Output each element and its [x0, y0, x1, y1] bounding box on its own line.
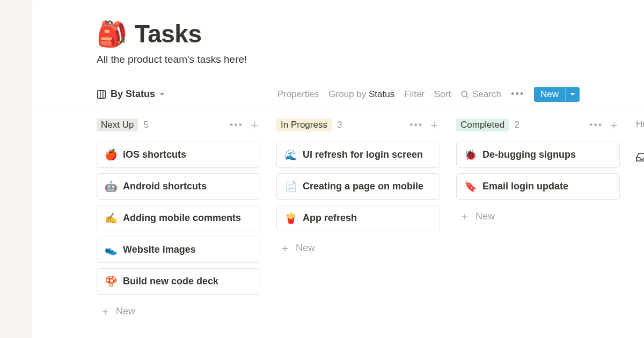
card[interactable]: 🌊 UI refresh for login screen [276, 142, 440, 168]
card-title: De-bugging signups [482, 149, 576, 160]
view-label: By Status [111, 89, 155, 100]
new-button[interactable]: New [534, 87, 565, 102]
chevron-down-icon [570, 93, 575, 96]
page-header: 🎒 Tasks All the product team's tasks her… [32, 0, 644, 65]
filter-button[interactable]: Filter [404, 89, 425, 100]
board-icon [97, 90, 106, 99]
new-card-label: New [296, 243, 315, 254]
card[interactable]: 🐞 De-bugging signups [456, 142, 620, 168]
page-icon[interactable]: 🎒 [97, 21, 127, 46]
card-title: Adding mobile comments [123, 212, 241, 224]
toolbar: By Status Properties Group by Status Fil… [32, 83, 644, 106]
main-panel: 🎒 Tasks All the product team's tasks her… [32, 0, 644, 338]
card[interactable]: 🍎 iOS shortcuts [97, 142, 260, 168]
card-icon: ✍️ [105, 212, 118, 224]
column-completed: Completed 2 ••• ＋ 🐞 De-bugging signups 🔖… [456, 118, 620, 323]
hidden-columns[interactable]: Hidde [636, 118, 644, 323]
group-by-label: Group by [328, 89, 366, 99]
column-actions: ••• ＋ [409, 117, 440, 133]
column-title[interactable]: Next Up [97, 119, 138, 131]
plus-icon: ＋ [100, 304, 111, 319]
svg-point-3 [462, 91, 467, 97]
column-more-menu[interactable]: ••• [409, 120, 423, 131]
card-icon: 🐞 [464, 149, 477, 161]
column-actions: ••• ＋ [589, 117, 620, 133]
card-title: App refresh [303, 212, 357, 224]
search-button[interactable]: Search [460, 89, 501, 100]
card-title: Build new code deck [123, 276, 218, 287]
card[interactable]: 🤖 Android shortcuts [97, 173, 260, 200]
column-add-button[interactable]: ＋ [248, 117, 260, 133]
card[interactable]: 🍟 App refresh [276, 205, 440, 231]
new-card-button[interactable]: ＋ New [456, 205, 620, 228]
column-in-progress: In Progress 3 ••• ＋ 🌊 UI refresh for log… [276, 118, 440, 323]
card[interactable]: 👟 Website images [97, 237, 260, 263]
column-count: 3 [337, 120, 342, 130]
card-title: iOS shortcuts [123, 149, 186, 160]
toolbar-right: Properties Group by Status Filter Sort S… [277, 87, 580, 102]
page-title[interactable]: Tasks [135, 19, 202, 48]
card-icon: 👟 [105, 244, 118, 256]
new-button-wrap: New [534, 87, 580, 102]
card-title: UI refresh for login screen [303, 149, 423, 160]
column-actions: ••• ＋ [230, 117, 260, 133]
search-label: Search [472, 89, 501, 100]
chevron-down-icon [159, 93, 165, 96]
card-icon: 📄 [284, 180, 297, 193]
title-row: 🎒 Tasks [97, 19, 580, 48]
card-icon: 🍄 [105, 275, 118, 288]
svg-line-4 [466, 96, 469, 98]
column-count: 2 [514, 120, 519, 130]
column-header: In Progress 3 ••• ＋ [276, 118, 440, 132]
card[interactable]: ✍️ Adding mobile comments [97, 205, 260, 231]
card-title: Email login update [482, 181, 568, 192]
column-title[interactable]: Completed [456, 119, 509, 131]
card-icon: 🌊 [284, 149, 297, 161]
plus-icon: ＋ [280, 241, 290, 255]
new-button-dropdown[interactable] [565, 87, 580, 102]
toolbar-left: By Status [97, 89, 165, 100]
plus-icon: ＋ [459, 209, 470, 224]
card-title: Website images [123, 244, 196, 255]
group-by-value: Status [369, 89, 394, 99]
more-menu[interactable]: ••• [511, 89, 524, 100]
board: Next Up 5 ••• ＋ 🍎 iOS shortcuts 🤖 Androi… [32, 106, 644, 323]
inbox-icon[interactable] [636, 152, 644, 164]
search-icon [460, 90, 469, 99]
sort-button[interactable]: Sort [434, 89, 451, 100]
column-header: Completed 2 ••• ＋ [456, 118, 620, 132]
card[interactable]: 📄 Creating a page on mobile [276, 173, 440, 200]
card-title: Android shortcuts [123, 181, 207, 192]
column-more-menu[interactable]: ••• [589, 120, 603, 131]
card-icon: 🍎 [105, 149, 118, 161]
view-switcher[interactable]: By Status [97, 89, 165, 100]
new-card-label: New [475, 211, 495, 222]
card-icon: 🔖 [464, 180, 477, 193]
card-icon: 🍟 [284, 212, 297, 224]
column-add-button[interactable]: ＋ [428, 117, 440, 133]
column-title[interactable]: In Progress [276, 119, 332, 131]
card-icon: 🤖 [105, 180, 118, 193]
new-card-label: New [116, 306, 135, 317]
card[interactable]: 🔖 Email login update [456, 173, 620, 200]
column-add-button[interactable]: ＋ [608, 117, 620, 133]
svg-rect-0 [98, 90, 106, 98]
card-title: Creating a page on mobile [303, 181, 423, 192]
group-by-button[interactable]: Group by Status [328, 89, 394, 100]
hidden-label: Hidde [636, 118, 644, 130]
new-card-button[interactable]: ＋ New [97, 300, 260, 323]
column-header: Next Up 5 ••• ＋ [97, 118, 260, 132]
column-next-up: Next Up 5 ••• ＋ 🍎 iOS shortcuts 🤖 Androi… [97, 118, 260, 323]
card[interactable]: 🍄 Build new code deck [97, 268, 260, 295]
column-count: 5 [143, 120, 148, 130]
new-card-button[interactable]: ＋ New [276, 237, 440, 260]
column-more-menu[interactable]: ••• [230, 120, 243, 131]
page-subtitle[interactable]: All the product team's tasks here! [97, 54, 580, 65]
properties-button[interactable]: Properties [277, 89, 319, 100]
